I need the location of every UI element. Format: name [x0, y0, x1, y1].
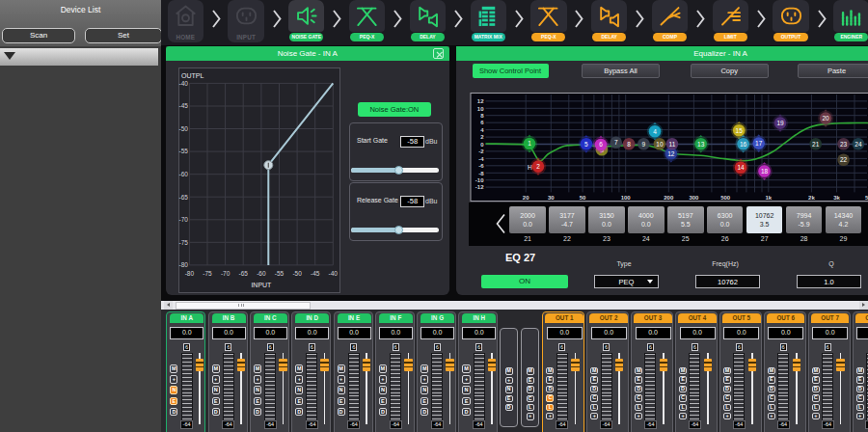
svg-text:1: 1	[528, 140, 531, 147]
svg-text:10: 10	[656, 141, 664, 148]
svg-text:24: 24	[854, 141, 862, 148]
svg-text:-10: -10	[475, 177, 484, 183]
svg-text:14: 14	[737, 164, 745, 171]
svg-text:-70: -70	[179, 216, 189, 223]
svg-text:-80: -80	[179, 261, 189, 268]
svg-text:-40: -40	[329, 269, 339, 276]
svg-text:-45: -45	[311, 269, 320, 276]
svg-text:7: 7	[614, 139, 618, 146]
svg-text:4: 4	[653, 128, 657, 135]
svg-text:-2: -2	[478, 148, 484, 154]
svg-text:11: 11	[669, 141, 676, 148]
svg-text:-75: -75	[179, 238, 189, 245]
svg-text:-8: -8	[478, 171, 484, 176]
svg-text:3k: 3k	[833, 195, 840, 201]
svg-text:-60: -60	[179, 171, 189, 177]
svg-text:2k: 2k	[808, 195, 815, 201]
svg-text:-4: -4	[478, 156, 484, 162]
svg-text:5: 5	[584, 141, 588, 148]
svg-text:300: 300	[689, 195, 699, 201]
svg-text:-65: -65	[239, 269, 249, 276]
svg-text:100: 100	[621, 195, 632, 201]
svg-text:2: 2	[536, 163, 540, 170]
svg-text:30: 30	[548, 195, 555, 201]
svg-text:-70: -70	[221, 269, 231, 276]
svg-text:INPUT: INPUT	[252, 282, 273, 288]
svg-text:-80: -80	[185, 269, 195, 276]
svg-text:9: 9	[642, 141, 646, 148]
svg-text:23: 23	[840, 141, 848, 148]
svg-text:-45: -45	[179, 102, 189, 109]
svg-text:22: 22	[840, 156, 848, 163]
svg-text:12: 12	[667, 150, 675, 157]
svg-text:-40: -40	[179, 79, 189, 86]
svg-text:18: 18	[761, 168, 769, 175]
svg-text:OUTPL: OUTPL	[181, 72, 203, 79]
svg-text:16: 16	[740, 141, 747, 148]
svg-text:6: 6	[599, 141, 603, 148]
svg-text:-55: -55	[179, 148, 189, 154]
svg-text:-50: -50	[179, 124, 189, 131]
svg-text:-50: -50	[293, 269, 303, 276]
svg-text:200: 200	[664, 195, 674, 201]
svg-text:-60: -60	[257, 269, 266, 276]
svg-text:50: 50	[580, 195, 586, 201]
svg-text:20: 20	[822, 115, 829, 122]
svg-text:-75: -75	[203, 269, 213, 276]
svg-text:-65: -65	[179, 193, 189, 200]
svg-text:19: 19	[776, 120, 784, 126]
svg-text:500: 500	[720, 195, 731, 201]
svg-text:10: 10	[477, 106, 484, 112]
svg-text:-55: -55	[275, 269, 285, 276]
svg-text:12: 12	[477, 98, 484, 104]
svg-text:1k: 1k	[765, 195, 772, 201]
svg-text:13: 13	[697, 141, 705, 148]
svg-text:-6: -6	[478, 163, 484, 169]
svg-text:21: 21	[812, 141, 820, 148]
svg-text:20: 20	[523, 195, 529, 201]
svg-text:15: 15	[736, 127, 744, 134]
svg-text:8: 8	[627, 141, 631, 148]
svg-text:17: 17	[755, 140, 763, 147]
svg-text:-12: -12	[475, 184, 484, 190]
